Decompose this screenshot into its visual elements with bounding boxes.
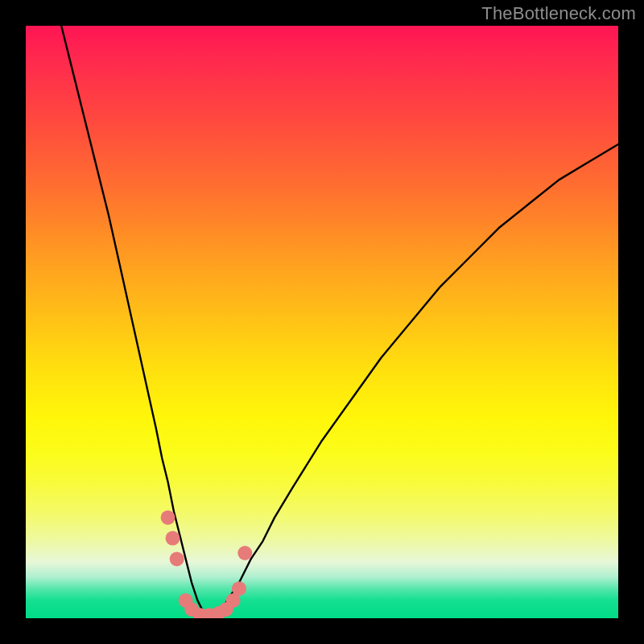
highlight-dot [161,510,175,525]
chart-svg [26,26,618,618]
highlight-dot [232,581,246,596]
highlighted-range-dots [161,510,253,618]
highlight-dot [237,546,252,560]
bottleneck-curve [61,26,618,618]
highlight-dot [170,551,184,566]
outer-frame: TheBottleneck.com [0,0,644,644]
highlight-dot [166,531,180,546]
plot-area [26,26,618,618]
watermark-text: TheBottleneck.com [481,3,636,24]
